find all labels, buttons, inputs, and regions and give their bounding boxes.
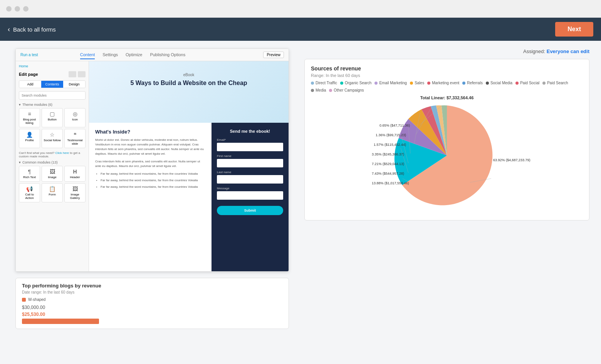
social-media-label: Social Media <box>490 81 512 85</box>
direct-traffic-dot <box>311 82 314 85</box>
edit-page-header: Edit page <box>19 71 86 77</box>
chart-legend: Direct Traffic Organic Search Email Mark… <box>311 81 583 92</box>
message-field-group: Message <box>217 187 283 200</box>
main-content: Run a test Content Settings Optimize Pub… <box>0 41 601 364</box>
module-button[interactable]: ▢ Button <box>42 108 63 127</box>
legend-email-marketing: Email Marketing <box>374 81 407 85</box>
label-157: 1.57% ($115,452.44) <box>374 143 406 147</box>
common-modules-grid: ¶ Rich Text 🖼 Image H Header <box>19 166 86 202</box>
module-blog-post-label: Blog post listing <box>23 118 36 125</box>
analytics-panel: Assigned: Everyone can edit Sources of r… <box>293 41 601 364</box>
sales-label: Sales <box>415 81 424 85</box>
blog-post-icon: ≡ <box>21 111 38 117</box>
sidebar-tab-add[interactable]: Add <box>19 81 41 88</box>
direct-traffic-label: Direct Traffic <box>316 81 337 85</box>
module-image[interactable]: 🖼 Image <box>42 166 63 182</box>
last-name-input[interactable] <box>217 175 283 184</box>
module-form-label: Form <box>49 193 56 196</box>
sidebar-tab-contents[interactable]: Contents <box>41 81 63 88</box>
tab-content[interactable]: Content <box>80 51 95 59</box>
paid-search-dot <box>542 82 546 85</box>
header-icon: H <box>66 169 84 175</box>
referrals-dot <box>462 82 465 85</box>
legend-sales: Sales <box>410 81 424 85</box>
action-icon-2[interactable] <box>78 71 86 77</box>
editor-content: eBook 5 Ways to Build a Website on the C… <box>89 61 289 271</box>
module-rich-text[interactable]: ¶ Rich Text <box>19 166 40 182</box>
search-modules-input[interactable] <box>19 91 86 100</box>
editor-topbar: Run a test Content Settings Optimize Pub… <box>16 49 289 61</box>
module-social-label: Social follow <box>44 139 60 142</box>
last-name-label: Last name <box>217 170 283 174</box>
referrals-label: Referrals <box>467 81 483 85</box>
browser-dot-yellow <box>15 6 20 12</box>
bullet-list: Far far away, behind the word mountains,… <box>95 172 205 189</box>
organic-search-label: Organic Search <box>345 81 371 85</box>
submit-button[interactable]: Submit <box>217 206 283 215</box>
other-campaigns-label: Other Campaigns <box>334 88 364 92</box>
module-image-label: Image <box>48 175 56 179</box>
ebook-hero: eBook 5 Ways to Build a Website on the C… <box>89 61 289 123</box>
message-input[interactable] <box>217 191 283 200</box>
label-721: 7.21% ($529,044.13) <box>372 162 404 166</box>
module-icon[interactable]: ◎ Icon <box>64 108 86 127</box>
bullet-item-1: Far far away, behind the word mountains,… <box>101 172 205 176</box>
home-link[interactable]: Home <box>19 64 28 68</box>
social-icon: ☆ <box>44 132 61 138</box>
back-arrow-icon: ‹ <box>8 25 10 33</box>
click-here-link[interactable]: Click here <box>55 151 69 155</box>
first-name-input[interactable] <box>217 159 283 167</box>
sales-dot <box>410 82 413 85</box>
module-profile[interactable]: 👤 Profile <box>19 129 40 148</box>
next-button[interactable]: Next <box>555 22 593 37</box>
assigned-value[interactable]: Everyone can edit <box>547 48 589 54</box>
email-marketing-dot <box>374 82 378 85</box>
image-icon: 🖼 <box>44 169 61 175</box>
back-to-forms-link[interactable]: ‹ Back to all forms <box>8 25 56 33</box>
action-icon-1[interactable] <box>69 71 76 77</box>
sidebar-tab-design[interactable]: Design <box>63 81 85 88</box>
tab-settings[interactable]: Settings <box>102 51 118 59</box>
paid-search-label: Paid Search <box>547 81 568 85</box>
chart-subtitle: Range: In the last 60 days <box>311 73 583 78</box>
organic-search-dot <box>340 82 343 85</box>
theme-modules-title: ▾ Theme modules (6) <box>19 103 86 107</box>
module-testimonial[interactable]: ❝ Testimonial slide <box>64 129 86 148</box>
pie-chart-container: 63.92% ($4,687,233.79) 13.88% ($1,017,55… <box>311 102 583 209</box>
tab-optimize[interactable]: Optimize <box>126 51 142 59</box>
ebook-label: eBook <box>97 73 281 77</box>
browser-dot-red <box>6 6 12 12</box>
marketing-event-dot <box>427 82 430 85</box>
label-335: 3.35% ($245,386.37) <box>372 152 404 156</box>
common-modules-section: ▾ Common modules (13) ¶ Rich Text 🖼 Imag… <box>19 160 86 202</box>
run-test-link[interactable]: Run a test <box>20 53 38 57</box>
editor-body: Home Edit page Add Contents Design <box>16 61 289 271</box>
module-cta[interactable]: 📢 Call to Action <box>19 183 40 202</box>
browser-dot-green <box>23 6 29 12</box>
bottom-chart-subtitle: Date range: In the last 60 days <box>22 290 282 294</box>
media-label: Media <box>316 88 326 92</box>
testimonial-icon: ❝ <box>66 132 84 138</box>
email-field-group: Email* <box>217 138 283 151</box>
preview-button[interactable]: Preview <box>263 52 284 58</box>
module-gallery-label: Image Gallery <box>70 193 80 200</box>
common-modules-title: ▾ Common modules (13) <box>19 160 86 164</box>
legend-social-media: Social Media <box>486 81 512 85</box>
module-header[interactable]: H Header <box>64 166 86 182</box>
module-social-follow[interactable]: ☆ Social follow <box>42 129 63 148</box>
module-form[interactable]: 📋 Form <box>42 183 63 202</box>
email-input[interactable] <box>217 143 283 151</box>
module-blog-post[interactable]: ≡ Blog post listing <box>19 108 40 127</box>
module-icon-label: Icon <box>72 118 78 121</box>
module-image-gallery[interactable]: 🖼 Image Gallery <box>64 183 86 202</box>
editor-window: Run a test Content Settings Optimize Pub… <box>15 48 289 272</box>
assigned-row: Assigned: Everyone can edit <box>304 48 589 54</box>
cta-icon: 📢 <box>21 186 38 192</box>
tab-publishing[interactable]: Publishing Options <box>150 51 185 59</box>
profile-icon: 👤 <box>21 132 38 138</box>
email-label: Email* <box>217 138 283 142</box>
form-icon: 📋 <box>44 186 61 192</box>
button-icon: ▢ <box>44 111 61 117</box>
bottom-legend-label: W-shaped <box>28 297 45 302</box>
ebook-title: 5 Ways to Build a Website on the Cheap <box>97 79 281 87</box>
